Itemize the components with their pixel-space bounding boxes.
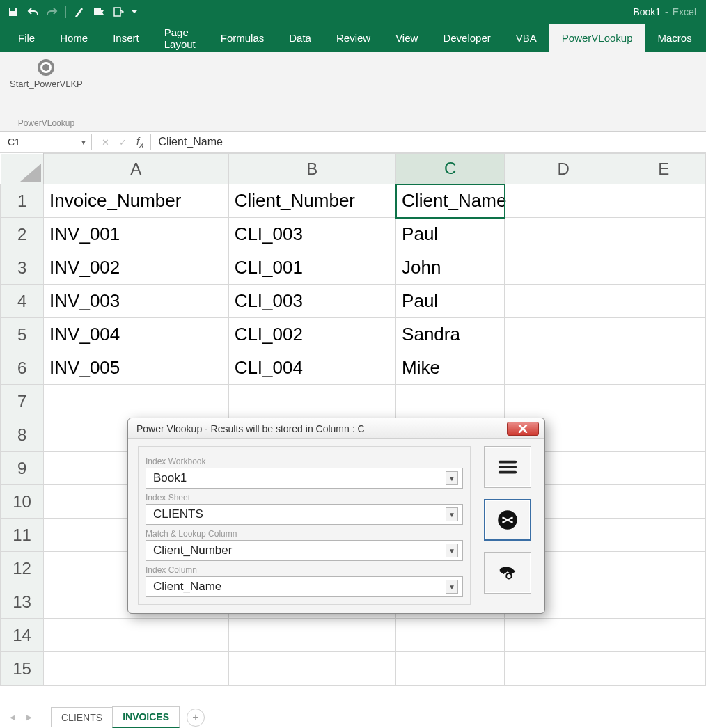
tab-formulas[interactable]: Formulas xyxy=(208,24,277,52)
cell[interactable]: CLI_001 xyxy=(228,251,395,285)
select-all-corner[interactable] xyxy=(1,154,44,184)
cell[interactable] xyxy=(622,318,705,351)
combo-index-sheet[interactable]: CLIENTS ▼ xyxy=(146,504,463,525)
tab-nav-right-icon[interactable]: ► xyxy=(21,709,38,726)
cell[interactable] xyxy=(622,251,705,285)
row-header[interactable]: 2 xyxy=(1,218,44,251)
tab-macros[interactable]: Macros xyxy=(645,24,705,52)
cell[interactable] xyxy=(505,285,622,318)
qat-custom1-icon[interactable] xyxy=(70,3,88,21)
row-header[interactable]: 12 xyxy=(1,552,44,585)
cell[interactable] xyxy=(505,251,622,285)
chevron-down-icon[interactable]: ▼ xyxy=(80,139,87,146)
add-sheet-button[interactable]: + xyxy=(187,709,205,727)
chevron-down-icon[interactable]: ▼ xyxy=(446,507,458,521)
start-powervlkp-button[interactable]: Start_PowerVLKP xyxy=(7,56,86,92)
cell[interactable] xyxy=(505,652,622,686)
close-button[interactable] xyxy=(507,422,539,436)
qat-customize-icon[interactable] xyxy=(129,3,140,21)
cell[interactable]: INV_002 xyxy=(44,251,229,285)
cell[interactable] xyxy=(228,619,395,652)
tab-page-layout[interactable]: Page Layout xyxy=(152,24,208,52)
formula-input[interactable]: Client_Name xyxy=(151,134,703,150)
cell[interactable] xyxy=(622,351,705,385)
cell[interactable] xyxy=(622,385,705,418)
column-header-D[interactable]: D xyxy=(505,154,622,184)
cell[interactable]: INV_003 xyxy=(44,285,229,318)
tab-powervlookup[interactable]: PowerVLookup xyxy=(549,24,645,52)
cell[interactable]: John xyxy=(396,251,505,285)
cell[interactable]: Paul xyxy=(396,285,505,318)
row-header[interactable]: 8 xyxy=(1,418,44,452)
cell[interactable] xyxy=(505,318,622,351)
tab-home[interactable]: Home xyxy=(47,24,100,52)
cell[interactable]: CLI_003 xyxy=(228,218,395,251)
accept-formula-icon[interactable]: ✓ xyxy=(119,137,127,148)
qat-custom2-icon[interactable] xyxy=(90,3,108,21)
redo-icon[interactable] xyxy=(43,3,61,21)
cell[interactable] xyxy=(622,519,705,552)
cell[interactable] xyxy=(505,619,622,652)
cell[interactable] xyxy=(396,652,505,686)
row-header[interactable]: 5 xyxy=(1,318,44,351)
save-icon[interactable] xyxy=(4,3,22,21)
row-header[interactable]: 7 xyxy=(1,385,44,418)
cell[interactable] xyxy=(505,351,622,385)
undo-icon[interactable] xyxy=(24,3,42,21)
cell[interactable] xyxy=(622,652,705,686)
column-header-A[interactable]: A xyxy=(44,154,229,184)
row-header[interactable]: 10 xyxy=(1,485,44,519)
tab-developer[interactable]: Developer xyxy=(430,24,503,52)
combo-match-lookup[interactable]: Client_Number ▼ xyxy=(146,540,463,561)
settings-button[interactable] xyxy=(484,446,531,488)
cell[interactable]: CLI_003 xyxy=(228,285,395,318)
cell[interactable]: Mike xyxy=(396,351,505,385)
fx-icon[interactable]: fx xyxy=(136,135,143,150)
name-box[interactable]: C1 ▼ xyxy=(3,134,92,150)
combo-index-workbook[interactable]: Book1 ▼ xyxy=(146,468,463,489)
cell[interactable] xyxy=(622,184,705,218)
cancel-formula-icon[interactable]: ✕ xyxy=(102,137,109,148)
cell[interactable] xyxy=(622,485,705,519)
tab-nav-left-icon[interactable]: ◄ xyxy=(4,709,21,726)
cell[interactable]: Client_Name xyxy=(396,184,505,218)
chevron-down-icon[interactable]: ▼ xyxy=(446,544,458,557)
cell[interactable] xyxy=(44,619,229,652)
chevron-down-icon[interactable]: ▼ xyxy=(446,471,458,485)
donate-button[interactable] xyxy=(484,552,531,594)
tab-data[interactable]: Data xyxy=(276,24,324,52)
cell[interactable]: Sandra xyxy=(396,318,505,351)
cell[interactable] xyxy=(622,585,705,619)
column-header-B[interactable]: B xyxy=(228,154,395,184)
cell[interactable] xyxy=(396,385,505,418)
dialog-titlebar[interactable]: Power Vlookup - Results will be stored i… xyxy=(128,418,544,439)
start-button[interactable] xyxy=(484,499,531,541)
tab-review[interactable]: Review xyxy=(324,24,383,52)
qat-custom3-icon[interactable] xyxy=(109,3,127,21)
row-header[interactable]: 4 xyxy=(1,285,44,318)
row-header[interactable]: 15 xyxy=(1,652,44,686)
cell[interactable] xyxy=(396,619,505,652)
cell[interactable] xyxy=(505,385,622,418)
cell[interactable] xyxy=(622,619,705,652)
cell[interactable]: CLI_004 xyxy=(228,351,395,385)
row-header[interactable]: 14 xyxy=(1,619,44,652)
cell[interactable] xyxy=(505,218,622,251)
cell[interactable]: Paul xyxy=(396,218,505,251)
cell[interactable] xyxy=(622,552,705,585)
row-header[interactable]: 9 xyxy=(1,452,44,485)
tab-view[interactable]: View xyxy=(383,24,430,52)
tab-insert[interactable]: Insert xyxy=(100,24,152,52)
cell[interactable]: Client_Number xyxy=(228,184,395,218)
column-header-C[interactable]: C xyxy=(396,154,505,184)
cell[interactable]: Invoice_Number xyxy=(44,184,229,218)
cell[interactable] xyxy=(622,285,705,318)
cell[interactable]: INV_001 xyxy=(44,218,229,251)
row-header[interactable]: 11 xyxy=(1,519,44,552)
cell[interactable] xyxy=(622,418,705,452)
combo-index-column[interactable]: Client_Name ▼ xyxy=(146,576,463,597)
row-header[interactable]: 13 xyxy=(1,585,44,619)
tab-file[interactable]: File xyxy=(6,24,47,52)
cell[interactable]: INV_005 xyxy=(44,351,229,385)
cell[interactable] xyxy=(622,452,705,485)
